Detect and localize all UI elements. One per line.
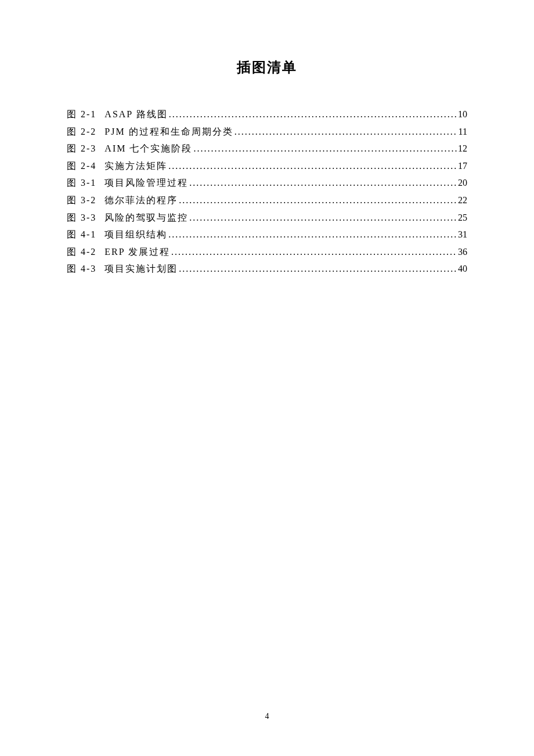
toc-text: 项目组织结构: [104, 226, 167, 243]
toc-row: 图 4-1 项目组织结构 31: [67, 226, 467, 243]
toc-dots: [168, 226, 457, 243]
toc-label: 图 2-4: [67, 157, 96, 175]
toc-dots: [168, 157, 457, 175]
toc-row: 图 3-3 风险的驾驭与监控 25: [67, 209, 467, 226]
toc-dots: [171, 243, 457, 261]
toc-label: 图 3-3: [67, 209, 96, 226]
toc-row: 图 2-2 PJM 的过程和生命周期分类 11: [67, 123, 467, 141]
toc-dots: [189, 209, 457, 226]
toc-row: 图 3-2 德尔菲法的程序 22: [67, 192, 467, 209]
toc-dots: [234, 123, 457, 141]
toc-page: 25: [458, 209, 467, 226]
toc-row: 图 4-2 ERP 发展过程 36: [67, 243, 467, 261]
toc-dots: [189, 174, 457, 192]
toc-dots: [179, 260, 457, 278]
toc-row: 图 2-4 实施方法矩阵 17: [67, 157, 467, 175]
toc-row: 图 3-1 项目风险管理过程 20: [67, 174, 467, 192]
toc-label: 图 4-1: [67, 226, 96, 243]
toc-label: 图 3-2: [67, 192, 96, 209]
toc-page: 17: [458, 157, 467, 175]
toc-text: AIM 七个实施阶段: [104, 140, 192, 157]
toc-row: 图 2-1 ASAP 路线图 10: [67, 106, 467, 123]
page-title: 插图清单: [67, 58, 467, 77]
toc-label: 图 2-3: [67, 140, 96, 157]
toc-dots: [179, 192, 457, 209]
toc-page: 20: [458, 174, 467, 192]
toc-page: 11: [459, 123, 467, 141]
toc-label: 图 2-2: [67, 123, 96, 141]
toc-text: 项目风险管理过程: [104, 174, 188, 192]
toc-page: 31: [458, 226, 467, 243]
toc-text: 风险的驾驭与监控: [104, 209, 188, 226]
toc-text: 项目实施计划图: [104, 260, 178, 278]
toc-label: 图 4-2: [67, 243, 96, 261]
toc-label: 图 2-1: [67, 106, 96, 123]
toc-row: 图 2-3 AIM 七个实施阶段 12: [67, 140, 467, 157]
toc-label: 图 4-3: [67, 260, 96, 278]
toc-list: 图 2-1 ASAP 路线图 10 图 2-2 PJM 的过程和生命周期分类 1…: [67, 106, 467, 278]
toc-dots: [169, 106, 457, 123]
toc-row: 图 4-3 项目实施计划图 40: [67, 260, 467, 278]
toc-text: ERP 发展过程: [104, 243, 170, 261]
toc-page: 12: [458, 140, 467, 157]
toc-label: 图 3-1: [67, 174, 96, 192]
toc-page: 40: [458, 260, 467, 278]
toc-page: 36: [458, 243, 467, 261]
toc-page: 22: [458, 192, 467, 209]
toc-text: ASAP 路线图: [104, 106, 167, 123]
toc-text: 实施方法矩阵: [104, 157, 167, 175]
toc-dots: [193, 140, 457, 157]
toc-page: 10: [458, 106, 467, 123]
toc-text: PJM 的过程和生命周期分类: [104, 123, 233, 141]
toc-text: 德尔菲法的程序: [104, 192, 178, 209]
page-number: 4: [0, 712, 534, 721]
